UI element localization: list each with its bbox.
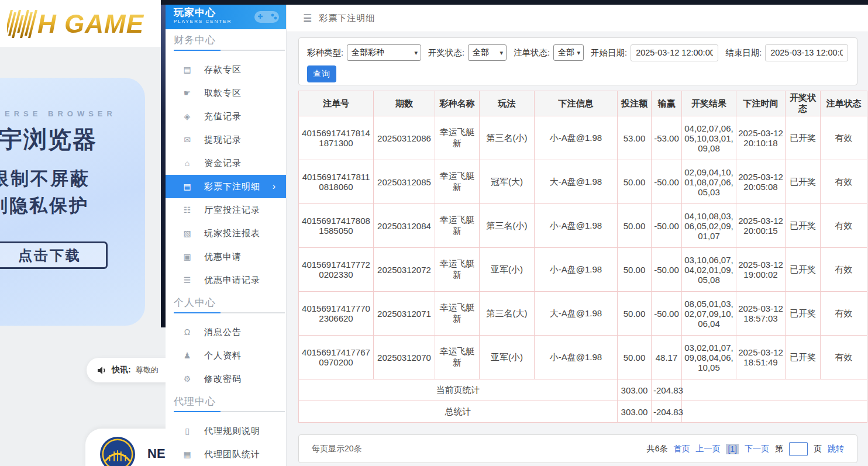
menu-toggle-icon[interactable]: ☰: [303, 12, 312, 25]
page-title: 彩票下注明细: [319, 13, 375, 24]
table-cell: 已开奖: [786, 116, 821, 160]
table-cell: 03,02,01,07,09,08,04,06,10,05: [682, 336, 736, 379]
column-header: 注单号: [299, 91, 374, 116]
background-home-page: H GAME ERSE BROWSER 宇浏览器 限制不屏蔽 别隐私保护 点击下…: [0, 0, 166, 466]
table-cell: 50.00: [618, 248, 652, 292]
download-button[interactable]: 点击下载: [0, 241, 108, 269]
table-cell: 2025-03-12 18:57:03: [736, 292, 786, 336]
draw-status-select[interactable]: 全部 ▾: [468, 44, 507, 61]
jump-prefix-text: 第: [775, 444, 783, 454]
promo-line3: 别隐私保护: [0, 194, 89, 218]
summary-bet-total: 303.00: [618, 401, 652, 423]
sidebar-item[interactable]: Ω消息公告: [166, 320, 286, 344]
column-header: 彩种名称: [435, 91, 480, 116]
summary-winloss-total: -204.83: [652, 401, 682, 423]
main-header: ☰ 彩票下注明细: [287, 5, 868, 32]
column-header: 开奖结果: [682, 91, 736, 116]
jump-button[interactable]: 跳转: [828, 444, 844, 454]
summary-empty: [682, 401, 867, 423]
sidebar-item[interactable]: ♟个人资料: [166, 344, 286, 367]
table-row: 40156917417770230662020250312071幸运飞艇新第三名…: [299, 292, 867, 336]
team-logo-icon: [99, 436, 136, 466]
total-count-text: 共6条: [647, 444, 668, 454]
sidebar-item[interactable]: ▤存款专区: [166, 58, 286, 81]
sidebar-item[interactable]: ▤彩票下注明细›: [166, 175, 286, 198]
sidebar-item[interactable]: ✉提现记录: [166, 128, 286, 151]
table-cell: 第三名(大): [480, 292, 535, 336]
agent-rules-doc-icon: ▯: [182, 426, 192, 436]
column-header: 注单状态: [821, 91, 867, 116]
table-cell: 401569174178081585050: [299, 204, 374, 248]
end-date-input[interactable]: [765, 44, 848, 61]
hall-bet-record-icon: ☷: [182, 205, 192, 215]
lottery-bet-detail-icon: ▤: [182, 182, 192, 191]
sidebar-section-list: ▯代理规则说明▦代理团队统计: [166, 412, 286, 466]
table-cell: 20250312072: [374, 248, 435, 292]
column-header: 下注时间: [736, 91, 786, 116]
sidebar-item[interactable]: ☷厅室投注记录: [166, 198, 286, 222]
first-page-link[interactable]: 首页: [673, 444, 690, 454]
table-cell: 401569174178141871300: [299, 116, 374, 160]
sidebar-header: 玩家中心 PLAYERS CENTER: [166, 5, 286, 29]
sidebar-item-label: 代理团队统计: [204, 449, 260, 460]
table-cell: 大-A盘@1.98: [535, 160, 618, 204]
next-page-link[interactable]: 下一页: [745, 444, 769, 454]
start-date-input[interactable]: [631, 44, 718, 61]
ticker-text: 尊敬的: [136, 365, 159, 375]
order-status-select[interactable]: 全部 ▾: [553, 44, 584, 61]
sidebar-item[interactable]: ☛取款专区: [166, 81, 286, 105]
page-jump-input[interactable]: [789, 442, 808, 456]
sidebar-item[interactable]: ▧玩家投注报表: [166, 222, 286, 245]
sidebar: 玩家中心 PLAYERS CENTER 财务中心▤存款专区☛取款专区◈充值记录✉…: [166, 5, 287, 466]
table-cell: 冠军(大): [480, 160, 535, 204]
table-cell: 401569174178110818060: [299, 160, 374, 204]
withdraw-hand-icon: ☛: [182, 88, 192, 98]
sidebar-item[interactable]: ▯代理规则说明: [166, 419, 286, 443]
table-cell: 有效: [821, 292, 867, 336]
table-cell: 第三名(小): [480, 116, 535, 160]
table-header-row: 注单号期数彩种名称玩法下注信息投注额输赢开奖结果下注时间开奖状态注单状态: [299, 91, 867, 116]
sidebar-item[interactable]: ☰优惠申请记录: [166, 268, 286, 292]
search-button[interactable]: 查询: [307, 65, 336, 82]
summary-winloss-total: -204.83: [652, 379, 682, 401]
home-topbar: H GAME: [0, 0, 161, 47]
table-cell: -50.00: [652, 204, 682, 248]
lottery-type-label: 彩种类型:: [307, 47, 343, 58]
table-cell: 04,02,07,06,05,10,03,01,09,08: [682, 116, 736, 160]
table-cell: 已开奖: [786, 292, 821, 336]
table-cell: 2025-03-12 19:00:02: [736, 248, 786, 292]
lottery-type-select[interactable]: 全部彩种 ▾: [347, 44, 421, 61]
sidebar-item[interactable]: ▦代理团队统计: [166, 443, 286, 466]
table-cell: 401569174177720202330: [299, 248, 374, 292]
table-cell: 50.00: [618, 292, 652, 336]
table-cell: 亚军(小): [480, 336, 535, 379]
sidebar-section-title: 个人中心: [174, 296, 278, 310]
sidebar-item[interactable]: ◈充值记录: [166, 105, 286, 128]
column-header: 输赢: [652, 91, 682, 116]
table-cell: 401569174177702306620: [299, 292, 374, 336]
hh-game-logo[interactable]: H GAME: [7, 9, 144, 39]
sidebar-item-label: 取款专区: [204, 88, 242, 99]
sidebar-item-label: 玩家投注报表: [204, 228, 260, 239]
table-cell: 48.17: [652, 336, 682, 379]
sidebar-item[interactable]: ▣优惠申请: [166, 245, 286, 268]
table-cell: 小-A盘@1.98: [535, 336, 618, 379]
bet-detail-table: 注单号期数彩种名称玩法下注信息投注额输赢开奖结果下注时间开奖状态注单状态4015…: [298, 91, 867, 423]
sidebar-item[interactable]: ⚙修改密码: [166, 367, 286, 391]
table-row: 40156917417808158505020250312084幸运飞艇新第三名…: [299, 204, 867, 248]
column-header: 期数: [374, 91, 435, 116]
chevron-down-icon: ▾: [577, 49, 581, 57]
promo-tagline: ERSE BROWSER: [5, 109, 116, 118]
current-page-indicator[interactable]: [1]: [726, 444, 739, 454]
table-cell: 第三名(小): [480, 204, 535, 248]
table-cell: 小-A盘@1.98: [535, 248, 618, 292]
prev-page-link[interactable]: 上一页: [695, 444, 720, 454]
column-header: 下注信息: [535, 91, 618, 116]
table-cell: 亚军(小): [480, 248, 535, 292]
table-cell: 20250312071: [374, 292, 435, 336]
table-cell: 已开奖: [786, 336, 821, 379]
table-cell: 2025-03-12 20:00:15: [736, 204, 786, 248]
sidebar-item[interactable]: ⌂资金记录: [166, 151, 286, 175]
agent-team-stats-icon: ▦: [182, 450, 192, 459]
sidebar-item-label: 代理规则说明: [204, 426, 260, 437]
